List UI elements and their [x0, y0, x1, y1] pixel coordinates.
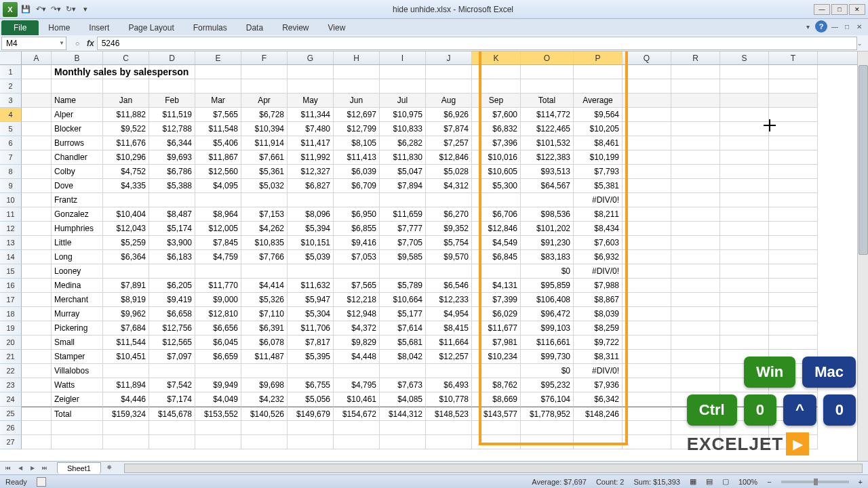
cell-I22[interactable] [380, 364, 426, 378]
cell-K2[interactable] [472, 79, 521, 94]
cell-P13[interactable]: $7,603 [574, 236, 623, 250]
cell-Q12[interactable] [623, 222, 671, 236]
cell-H11[interactable]: $6,950 [334, 207, 380, 222]
cell-E20[interactable]: $6,045 [195, 336, 241, 350]
cell-S7[interactable] [720, 150, 769, 165]
cell-D11[interactable]: $8,487 [149, 207, 195, 222]
cell-R4[interactable] [671, 108, 720, 122]
cell-G26[interactable] [288, 421, 334, 435]
cell-J22[interactable] [426, 364, 472, 378]
cell-E1[interactable] [195, 65, 241, 79]
row-header-24[interactable]: 24 [0, 392, 22, 407]
cell-R10[interactable] [671, 193, 720, 207]
cell-T7[interactable] [769, 150, 818, 165]
cell-Q6[interactable] [623, 136, 671, 150]
cell-R7[interactable] [671, 150, 720, 165]
cell-E16[interactable]: $11,770 [195, 279, 241, 293]
cell-H2[interactable] [334, 79, 380, 94]
tab-insert[interactable]: Insert [79, 20, 119, 35]
cell-K22[interactable] [472, 364, 521, 378]
cell-J15[interactable] [426, 264, 472, 279]
cell-Q23[interactable] [623, 378, 671, 392]
cell-Q11[interactable] [623, 207, 671, 222]
cell-I23[interactable]: $7,673 [380, 378, 426, 392]
cell-H25[interactable]: $154,672 [334, 407, 380, 421]
cell-G4[interactable]: $11,344 [288, 108, 334, 122]
cell-P2[interactable] [574, 79, 623, 94]
cell-B5[interactable]: Blocker [52, 122, 103, 136]
cell-B11[interactable]: Gonzalez [52, 207, 103, 222]
cell-H4[interactable]: $12,697 [334, 108, 380, 122]
cell-H8[interactable]: $6,039 [334, 165, 380, 179]
cell-G23[interactable]: $6,755 [288, 378, 334, 392]
cell-R19[interactable] [671, 321, 720, 336]
cell-K5[interactable]: $6,832 [472, 122, 521, 136]
cell-F25[interactable]: $140,526 [241, 407, 288, 421]
cell-C13[interactable]: $5,259 [103, 236, 149, 250]
cell-D6[interactable]: $6,344 [149, 136, 195, 150]
column-header-C[interactable]: C [103, 52, 149, 64]
cell-B10[interactable]: Frantz [52, 193, 103, 207]
cell-B12[interactable]: Humphries [52, 222, 103, 236]
cell-F4[interactable]: $6,728 [241, 108, 288, 122]
row-header-14[interactable]: 14 [0, 250, 22, 264]
cell-S12[interactable] [720, 222, 769, 236]
cell-S1[interactable] [720, 65, 769, 79]
cell-T16[interactable] [769, 279, 818, 293]
cell-F5[interactable]: $10,394 [241, 122, 288, 136]
sheet-nav-prev-icon[interactable]: ◀ [15, 464, 26, 473]
cell-C22[interactable] [103, 364, 149, 378]
cell-E5[interactable]: $11,548 [195, 122, 241, 136]
row-header-5[interactable]: 5 [0, 122, 22, 136]
cell-F20[interactable]: $6,078 [241, 336, 288, 350]
cell-A26[interactable] [22, 421, 52, 435]
cell-O22[interactable]: $0 [521, 364, 574, 378]
cell-R12[interactable] [671, 222, 720, 236]
cell-C20[interactable]: $11,544 [103, 336, 149, 350]
cell-C15[interactable] [103, 264, 149, 279]
redo-icon[interactable]: ↷▾ [49, 3, 62, 16]
column-header-K[interactable]: K [472, 52, 521, 64]
excel-app-icon[interactable]: X [3, 2, 18, 17]
qat-customize-icon[interactable]: ▾ [79, 3, 92, 16]
cell-B2[interactable] [52, 79, 103, 94]
cell-I13[interactable]: $7,705 [380, 236, 426, 250]
cell-R16[interactable] [671, 279, 720, 293]
cell-Q22[interactable] [623, 364, 671, 378]
cell-F18[interactable]: $7,110 [241, 307, 288, 321]
cell-P8[interactable]: $7,793 [574, 165, 623, 179]
cell-Q20[interactable] [623, 336, 671, 350]
cell-G1[interactable] [288, 65, 334, 79]
cell-B1[interactable]: Monthly sales by salesperson [52, 65, 103, 79]
cell-O9[interactable]: $64,567 [521, 179, 574, 193]
zoom-in-icon[interactable]: + [859, 478, 863, 486]
cell-O1[interactable] [521, 65, 574, 79]
cell-T9[interactable] [769, 179, 818, 193]
cell-O13[interactable]: $91,230 [521, 236, 574, 250]
row-header-17[interactable]: 17 [0, 293, 22, 307]
cell-B27[interactable] [52, 435, 103, 449]
cell-T18[interactable] [769, 307, 818, 321]
cell-K14[interactable]: $6,845 [472, 250, 521, 264]
cell-D7[interactable]: $9,693 [149, 150, 195, 165]
cell-R6[interactable] [671, 136, 720, 150]
cell-H20[interactable]: $9,829 [334, 336, 380, 350]
cell-P11[interactable]: $8,211 [574, 207, 623, 222]
cell-S10[interactable] [720, 193, 769, 207]
cell-T4[interactable] [769, 108, 818, 122]
cell-S19[interactable] [720, 321, 769, 336]
row-header-27[interactable]: 27 [0, 435, 22, 449]
cell-K10[interactable] [472, 193, 521, 207]
cell-J17[interactable]: $12,233 [426, 293, 472, 307]
cell-C5[interactable]: $9,522 [103, 122, 149, 136]
cell-H16[interactable]: $7,565 [334, 279, 380, 293]
cell-O3[interactable]: Total [521, 94, 574, 108]
cell-O15[interactable]: $0 [521, 264, 574, 279]
name-box[interactable]: M4 ▼ [1, 37, 66, 50]
cell-E4[interactable]: $7,565 [195, 108, 241, 122]
cell-G20[interactable]: $7,817 [288, 336, 334, 350]
cell-A5[interactable] [22, 122, 52, 136]
column-header-P[interactable]: P [574, 52, 623, 64]
cell-K25[interactable]: $143,577 [472, 407, 521, 421]
row-header-3[interactable]: 3 [0, 94, 22, 108]
